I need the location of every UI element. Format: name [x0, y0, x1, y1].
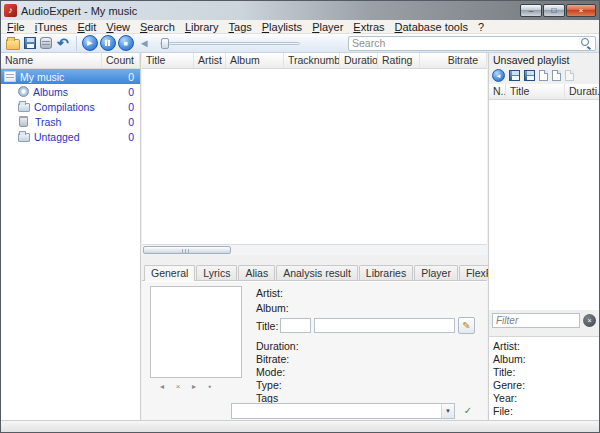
previous-track-icon[interactable]: ◄ [139, 37, 150, 49]
playlist-save-icon[interactable] [509, 70, 520, 81]
info-file-label: File: [493, 405, 595, 418]
minimize-button[interactable]: – [520, 4, 542, 17]
tab-alias[interactable]: Alias [238, 265, 275, 280]
slider-thumb[interactable] [161, 38, 169, 49]
album-art-nav: ◂ × ▸ ▪ [158, 382, 214, 391]
column-artist[interactable]: Artist [194, 53, 226, 68]
column-title[interactable]: Title [142, 53, 194, 68]
tree-item-count: 0 [110, 131, 140, 143]
menu-search[interactable]: Search [135, 20, 180, 34]
playlist-header: N... Title Durati... [489, 84, 599, 100]
tree-item-trash[interactable]: Trash 0 [1, 114, 140, 129]
tags-dropdown-icon[interactable]: ▼ [441, 404, 454, 418]
tree-item-compilations[interactable]: Compilations 0 [1, 99, 140, 114]
trash-icon [19, 117, 28, 127]
clear-filter-icon[interactable]: × [583, 314, 596, 327]
track-list[interactable] [142, 69, 487, 244]
window-title: AudioExpert - My music [21, 5, 137, 17]
tree-item-my-music[interactable]: My music 0 [1, 69, 140, 84]
panel-splitter[interactable] [142, 255, 487, 265]
slider-track[interactable] [160, 42, 300, 45]
column-tracknumber[interactable]: Tracknumb... [284, 53, 340, 68]
duration-label: Duration: [256, 340, 299, 352]
art-prev-icon[interactable]: ◂ [158, 382, 166, 391]
playlist-save-as-icon[interactable] [524, 70, 535, 81]
tab-general[interactable]: General [144, 265, 195, 281]
library-header-name[interactable]: Name [1, 53, 102, 68]
art-more-icon[interactable]: ▪ [206, 382, 214, 391]
my-music-icon [4, 71, 16, 82]
tree-item-count: 0 [110, 101, 140, 113]
scrollbar-thumb[interactable] [143, 246, 231, 254]
tree-item-label: Untagged [34, 131, 110, 143]
menu-playlists[interactable]: Playlists [257, 20, 307, 34]
save-icon[interactable] [24, 37, 36, 49]
library-panel: Name Count My music 0 Albums 0 Compilati… [1, 53, 141, 420]
title-label: Title: [256, 320, 278, 332]
stop-button[interactable]: ■ [118, 35, 134, 51]
column-duration[interactable]: Duration [340, 53, 378, 68]
title-number-field[interactable] [280, 318, 311, 333]
menu-view[interactable]: View [101, 20, 135, 34]
playlist-panel: Unsaved playlist ◄ N... Title Durati... … [488, 53, 599, 420]
playlist-play-button[interactable]: ◄ [492, 69, 505, 82]
menu-library[interactable]: Library [180, 20, 224, 34]
menu-player[interactable]: Player [307, 20, 348, 34]
compilations-folder-icon [18, 103, 30, 112]
filter-input[interactable] [492, 313, 580, 328]
maximize-button[interactable]: □ [543, 4, 565, 17]
menu-tags[interactable]: Tags [224, 20, 257, 34]
playlist-filter-row: × [489, 310, 599, 330]
column-album[interactable]: Album [226, 53, 284, 68]
close-button[interactable]: × [566, 4, 596, 17]
menu-database-tools[interactable]: Database tools [390, 20, 473, 34]
app-window: ♪ AudioExpert - My music – □ × File iTun… [0, 0, 600, 433]
horizontal-scrollbar[interactable] [142, 244, 487, 255]
open-folder-icon[interactable] [6, 39, 20, 50]
tab-libraries[interactable]: Libraries [359, 265, 413, 280]
undo-icon[interactable]: ↶ [57, 36, 69, 50]
play-button[interactable]: ▶ [82, 35, 98, 51]
playlist-column-number[interactable]: N... [489, 84, 506, 99]
tab-analysis-result[interactable]: Analysis result [276, 265, 358, 280]
type-label: Type: [256, 379, 282, 391]
tree-item-label: Trash [35, 116, 110, 128]
column-rating[interactable]: Rating [378, 53, 420, 68]
albums-cd-icon [18, 86, 29, 97]
title-bar[interactable]: ♪ AudioExpert - My music – □ × [1, 1, 599, 20]
search-icon[interactable] [580, 37, 592, 49]
menu-file[interactable]: File [2, 20, 30, 34]
library-header-count[interactable]: Count [102, 53, 140, 68]
column-bitrate[interactable]: Bitrate [420, 53, 487, 68]
album-art-box[interactable] [150, 286, 242, 378]
tree-item-label: Albums [33, 86, 110, 98]
pause-button[interactable] [100, 35, 116, 51]
tab-player[interactable]: Player [414, 265, 458, 280]
art-next-icon[interactable]: ▸ [190, 382, 198, 391]
tags-apply-check-icon[interactable]: ✓ [460, 403, 476, 419]
playlist-copy-icon[interactable] [552, 70, 561, 81]
menu-edit[interactable]: Edit [72, 20, 101, 34]
edit-title-button[interactable]: ✎ [458, 317, 475, 334]
tab-lyrics[interactable]: Lyrics [196, 265, 237, 280]
app-icon[interactable]: ♪ [4, 4, 17, 17]
menu-itunes[interactable]: iTunes [30, 20, 73, 34]
art-remove-icon[interactable]: × [174, 382, 182, 391]
menu-extras[interactable]: Extras [348, 20, 389, 34]
playlist-column-duration[interactable]: Durati... [565, 84, 599, 99]
menu-help[interactable]: ? [473, 20, 489, 34]
tags-combo[interactable]: ▼ [231, 403, 455, 419]
playlist-new-icon[interactable] [539, 70, 548, 81]
tree-item-untagged[interactable]: Untagged 0 [1, 129, 140, 144]
search-input[interactable] [352, 37, 580, 49]
tags-combo-value[interactable] [232, 404, 441, 418]
seek-slider[interactable] [160, 36, 300, 51]
database-icon[interactable] [40, 37, 52, 49]
tree-item-albums[interactable]: Albums 0 [1, 84, 140, 99]
status-bar [1, 420, 599, 432]
playlist-column-title[interactable]: Title [506, 84, 565, 99]
playlist-clear-icon[interactable] [565, 70, 574, 81]
title-field[interactable] [314, 318, 455, 333]
tree-item-count: 0 [110, 86, 140, 98]
playlist-list[interactable] [489, 100, 599, 310]
